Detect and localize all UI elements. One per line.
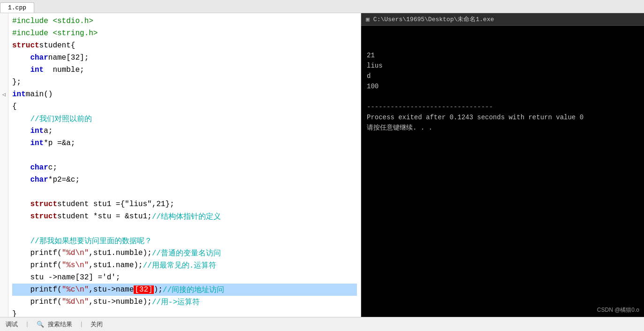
gutter-line-14 xyxy=(0,174,8,186)
code-line-12 xyxy=(12,149,357,162)
gutter-line-7: ◁ xyxy=(0,88,8,100)
code-line-14: char *p2=&c; xyxy=(12,174,357,186)
gutter-line-24 xyxy=(0,296,8,308)
gutter-line-17 xyxy=(0,210,8,223)
bottom-bar: 调试 | 🔍 搜索结果 | 关闭 xyxy=(0,317,644,331)
code-text: //间接的地址访问 xyxy=(163,285,224,295)
code-text xyxy=(12,200,30,208)
gutter-line-5 xyxy=(0,64,8,76)
gutter-line-13 xyxy=(0,162,8,174)
code-text: "%s\n" xyxy=(62,261,89,269)
divider-1: | xyxy=(25,321,29,328)
gutter-line-15 xyxy=(0,186,8,198)
terminal-line-2: lius xyxy=(367,61,638,71)
search-icon: 🔍 xyxy=(37,321,44,328)
line-wrapper: ◁ xyxy=(0,13,361,317)
code-text: printf( xyxy=(12,285,62,294)
code-line-8: { xyxy=(12,100,357,113)
code-text: //普通的变量名访问 xyxy=(152,248,221,258)
gutter-line-3 xyxy=(0,39,8,52)
code-line-15 xyxy=(12,186,357,198)
code-text: student stu1 ={"lius",21}; xyxy=(57,200,174,208)
code-line-1: #include <stdio.h> xyxy=(12,15,357,27)
code-panel[interactable]: ◁ xyxy=(0,13,361,317)
code-line-19: //那我如果想要访问里面的数据呢？ xyxy=(12,235,357,247)
code-text xyxy=(12,188,17,196)
code-line-16: struct student stu1 ={"lius",21}; xyxy=(12,198,357,210)
code-text: printf( xyxy=(12,249,62,257)
gutter-line-18 xyxy=(0,223,8,235)
code-text: int xyxy=(30,139,44,147)
code-line-24: printf("%d\n",stu->numble);//用->运算符 xyxy=(12,296,357,308)
code-text: "%d\n" xyxy=(62,249,89,257)
code-text: printf( xyxy=(12,261,62,269)
terminal-line-5 xyxy=(367,92,638,102)
code-text: stu ->name[32] ='d'; xyxy=(12,273,120,282)
code-text: numble; xyxy=(44,66,84,74)
code-line-10: int a; xyxy=(12,125,357,137)
code-text: char xyxy=(30,163,48,172)
code-line-13: char c; xyxy=(12,162,357,174)
code-line-4: char name[32]; xyxy=(12,52,357,64)
tab-1cpp[interactable]: 1.cpp xyxy=(0,2,34,13)
code-line-22: stu ->name[32] ='d'; xyxy=(12,271,357,284)
code-text: #include <stdio.h> xyxy=(12,17,93,25)
code-line-5: int numble; xyxy=(12,64,357,76)
code-lines: #include <stdio.h> #include <string.h> s… xyxy=(8,13,361,317)
terminal-line-3: d xyxy=(367,71,638,81)
code-text xyxy=(12,163,30,172)
code-text: name[32]; xyxy=(48,54,89,62)
gutter-line-11 xyxy=(0,137,8,149)
gutter-line-1 xyxy=(0,15,8,27)
code-text: "%d\n" xyxy=(62,298,89,306)
code-text xyxy=(12,127,30,135)
code-line-2: #include <string.h> xyxy=(12,27,357,39)
gutter-line-6 xyxy=(0,76,8,88)
code-text: //用->运算符 xyxy=(152,297,200,307)
gutter-line-4 xyxy=(0,52,8,64)
gutter-line-25 xyxy=(0,308,8,317)
code-line-20: printf("%d\n",stu1.numble);//普通的变量名访问 xyxy=(12,247,357,259)
code-text: student{ xyxy=(39,41,76,50)
code-line-17: struct student *stu = &stu1; //结构体指针的定义 xyxy=(12,210,357,223)
code-text: char xyxy=(30,54,48,62)
search-result-button[interactable]: 🔍 搜索结果 xyxy=(37,320,72,329)
terminal-line-7: Process exited after 0.1243 seconds with… xyxy=(367,112,638,123)
gutter-line-20 xyxy=(0,247,8,259)
main-area: ◁ xyxy=(0,13,644,317)
terminal-titlebar: ▣ C:\Users\19695\Desktop\未命名1.exe xyxy=(361,13,644,26)
code-text: //我们对照以前的 xyxy=(30,114,91,124)
gutter-line-19 xyxy=(0,235,8,247)
code-text: //那我如果想要访问里面的数据呢？ xyxy=(30,236,152,246)
code-text xyxy=(12,66,30,74)
code-text: struct xyxy=(30,200,57,208)
code-text: struct xyxy=(30,212,57,221)
gutter-line-12 xyxy=(0,149,8,162)
code-text xyxy=(12,54,30,62)
gutter-line-21 xyxy=(0,259,8,271)
code-text: c; xyxy=(48,163,57,172)
code-text: *p =&a; xyxy=(44,139,75,147)
code-text xyxy=(12,176,30,184)
code-text: } xyxy=(12,310,17,317)
code-text: struct xyxy=(12,41,39,50)
code-text: "%c\n" xyxy=(62,285,89,294)
code-text: //结构体指针的定义 xyxy=(152,212,221,222)
code-text xyxy=(12,115,30,123)
terminal-line-6: -------------------------------- xyxy=(367,102,638,112)
debug-button[interactable]: 调试 xyxy=(6,320,18,329)
gutter-line-8 xyxy=(0,100,8,113)
code-text: char xyxy=(30,176,48,184)
gutter-line-9 xyxy=(0,113,8,125)
terminal-line-8: 请按任意键继续. . . xyxy=(367,123,638,133)
code-text: int xyxy=(30,127,44,135)
gutter-line-16 xyxy=(0,198,8,210)
code-line-6: }; xyxy=(12,76,357,88)
divider-2: | xyxy=(80,321,83,328)
tab-bar: 1.cpp xyxy=(0,0,644,13)
code-text: { xyxy=(12,102,17,111)
code-text: //用最常见的.运算符 xyxy=(143,261,216,270)
close-button[interactable]: 关闭 xyxy=(91,320,103,329)
terminal-content[interactable]: 21 lius d 100 --------------------------… xyxy=(361,26,644,317)
code-text: ,stu->name xyxy=(89,285,134,294)
